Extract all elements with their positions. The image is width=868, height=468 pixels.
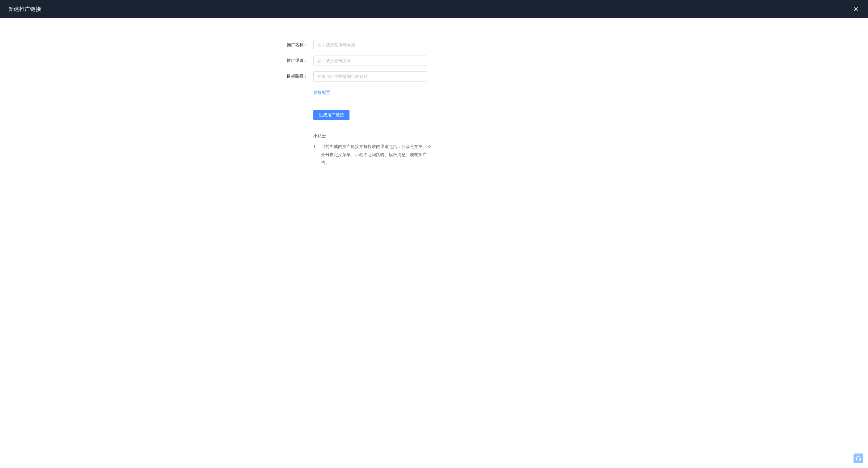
generate-button[interactable]: 生成推广链接 [313,110,349,120]
path-label: 目标路径： [283,74,313,79]
page-title: 新建推广链接 [8,5,41,13]
params-config-link[interactable]: 参数配置 [313,90,330,95]
name-input[interactable] [313,40,427,50]
tips-item: 1、 目前生成的推广链接支持投放的渠道包括：公众号文章、公众号自定义菜单、小程序… [313,143,585,167]
close-button[interactable] [852,5,860,13]
name-label: 推广名称： [283,42,313,48]
tips-title: 小贴士： [313,134,585,139]
tips-item-text: 目前生成的推广链接支持投放的渠道包括：公众号文章、公众号自定义菜单、小程序之间跳… [320,143,435,167]
form-row-path: 目标路径： [283,71,585,82]
close-icon [853,6,859,12]
params-row: 参数配置 [283,87,585,95]
form-container: 推广名称： 推广渠道： 目标路径： 参数配置 生成推广链接 小贴士： 1、 目前… [283,18,585,167]
tips-section: 小贴士： 1、 目前生成的推广链接支持投放的渠道包括：公众号文章、公众号自定义菜… [283,134,585,167]
channel-label: 推广渠道： [283,58,313,63]
modal-header: 新建推广链接 [0,0,868,18]
channel-input[interactable] [313,56,427,66]
form-row-channel: 推广渠道： [283,56,585,66]
button-row: 生成推广链接 [283,95,585,120]
tips-item-num: 1、 [313,143,320,167]
path-input[interactable] [313,71,427,82]
form-row-name: 推广名称： [283,40,585,50]
